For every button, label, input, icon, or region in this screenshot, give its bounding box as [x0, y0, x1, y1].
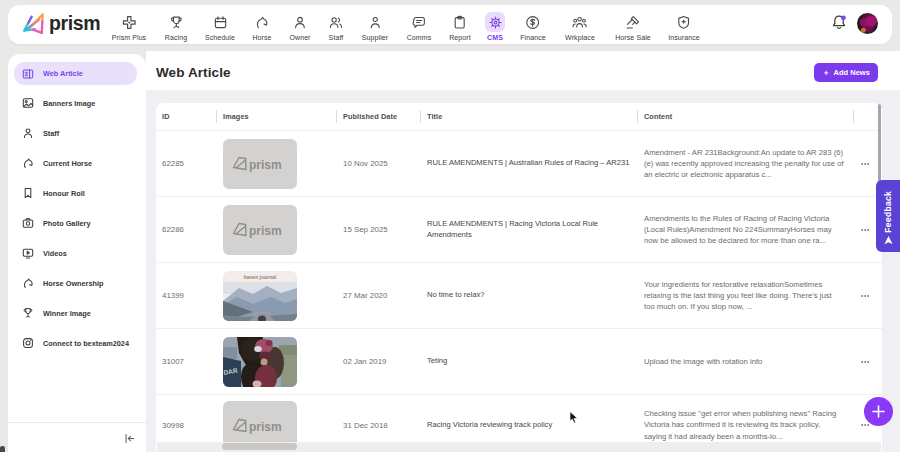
svg-text:prism: prism	[249, 158, 282, 172]
svg-text:prism: prism	[249, 224, 282, 238]
svg-text:haven journal: haven journal	[244, 274, 277, 280]
svg-text:prism: prism	[249, 420, 282, 434]
